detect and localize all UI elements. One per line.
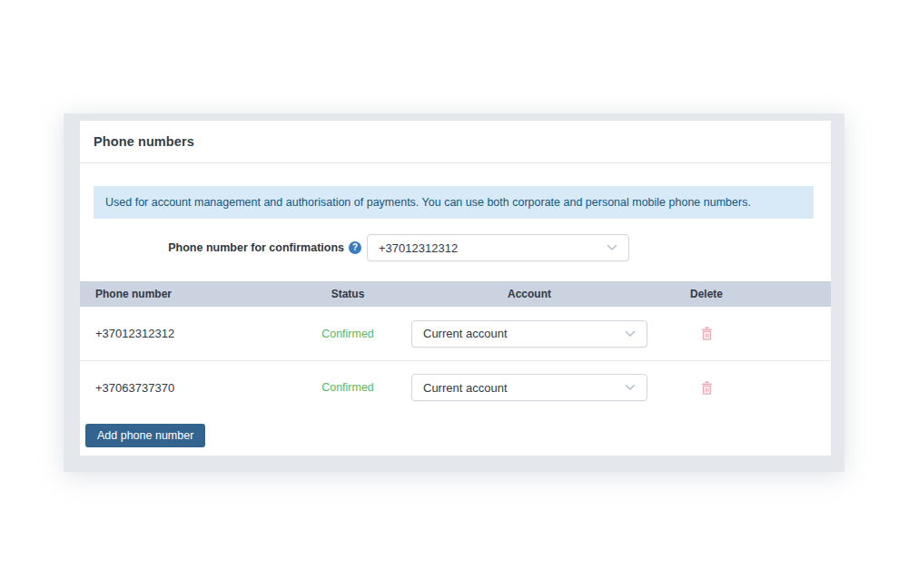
info-banner: Used for account management and authoris… [94, 186, 814, 219]
phone-number-cell: +37063737370 [80, 381, 298, 395]
account-cell: Current account [398, 374, 661, 401]
delete-cell [661, 324, 752, 343]
header-account: Account [398, 288, 661, 300]
status-badge: Confirmed [298, 381, 398, 394]
panel-frame: Phone numbers Used for account managemen… [64, 113, 844, 472]
trash-icon [700, 380, 714, 396]
help-icon[interactable]: ? [349, 241, 361, 254]
account-select[interactable]: Current account [411, 320, 647, 348]
info-banner-text: Used for account management and authoris… [105, 196, 751, 209]
trash-icon [700, 326, 714, 341]
account-select-value: Current account [423, 327, 508, 340]
page: Phone numbers Used for account managemen… [0, 0, 908, 588]
table-header-row: Phone number Status Account Delete [80, 281, 831, 307]
delete-button[interactable] [698, 324, 716, 343]
status-badge: Confirmed [298, 328, 398, 340]
header-status: Status [298, 288, 398, 300]
confirmation-label-group: Phone number for confirmations ? [94, 241, 361, 254]
confirmation-label: Phone number for confirmations [168, 241, 344, 254]
delete-button[interactable] [698, 378, 716, 397]
table-row: +37012312312 Confirmed Current account [80, 307, 831, 361]
phone-numbers-card: Phone numbers Used for account managemen… [80, 121, 831, 456]
confirmation-row: Phone number for confirmations ? +370123… [94, 234, 814, 261]
header-delete: Delete [661, 288, 752, 300]
add-phone-number-button[interactable]: Add phone number [85, 424, 205, 447]
phone-number-cell: +37012312312 [80, 327, 298, 340]
confirmation-phone-select-value: +37012312312 [379, 241, 458, 255]
table-row: +37063737370 Confirmed Current account [80, 361, 831, 414]
account-select-value: Current account [423, 381, 508, 395]
confirmation-phone-select[interactable]: +37012312312 [367, 234, 629, 261]
chevron-down-icon [625, 330, 636, 338]
header-phone-number: Phone number [80, 288, 298, 300]
chevron-down-icon [607, 244, 617, 251]
card-title-bar: Phone numbers [80, 121, 831, 163]
chevron-down-icon [625, 384, 636, 391]
delete-cell [661, 378, 752, 397]
phone-numbers-table: Phone number Status Account Delete +3701… [80, 281, 831, 414]
account-cell: Current account [398, 320, 661, 348]
account-select[interactable]: Current account [411, 374, 647, 401]
page-title: Phone numbers [94, 134, 194, 149]
